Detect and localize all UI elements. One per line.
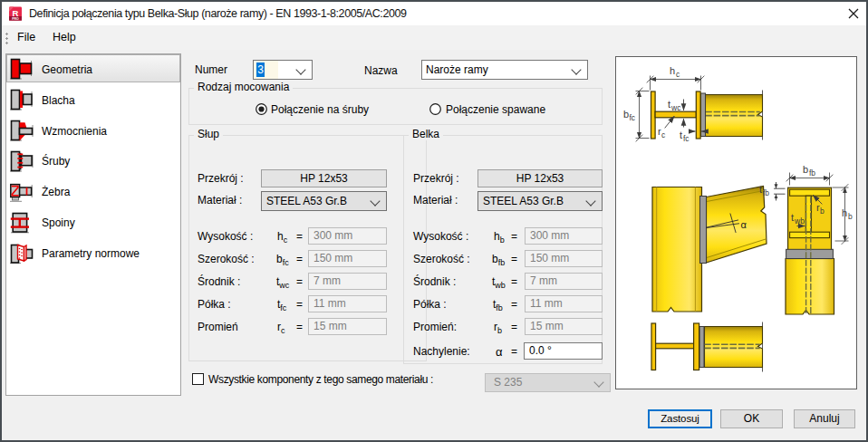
svg-text:fb: fb (809, 168, 815, 178)
svg-text:fc: fc (630, 113, 636, 122)
svg-text:t: t (668, 99, 670, 110)
svg-text:t: t (791, 212, 794, 223)
svg-text:c: c (661, 130, 666, 139)
svg-text:h: h (842, 207, 847, 218)
svg-text:b: b (623, 109, 629, 120)
svg-text:t: t (759, 184, 762, 195)
svg-text:fc: fc (683, 134, 690, 143)
svg-text:wc: wc (670, 103, 681, 112)
svg-text:PRO: PRO (12, 17, 19, 21)
svg-text:c: c (676, 70, 680, 79)
svg-text:wb: wb (794, 216, 805, 226)
svg-text:b: b (848, 212, 853, 221)
svg-text:t: t (680, 130, 682, 140)
svg-text:α: α (741, 219, 747, 230)
svg-text:b: b (803, 164, 808, 175)
svg-text:h: h (670, 65, 675, 76)
svg-text:fb: fb (763, 188, 769, 197)
svg-text:b: b (820, 207, 825, 216)
